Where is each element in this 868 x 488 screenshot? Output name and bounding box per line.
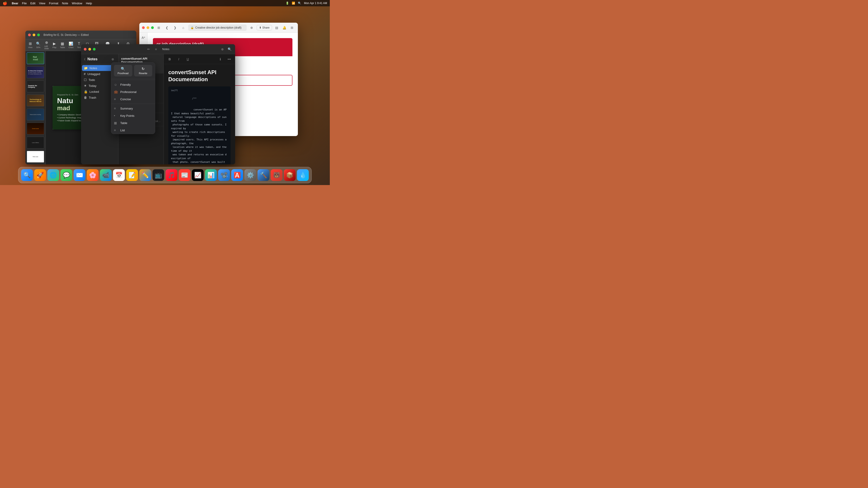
dock-calendar[interactable]: 📅 — [113, 169, 125, 181]
notes-zoom-button[interactable] — [93, 48, 96, 51]
menu-item-key-points[interactable]: • Key Points — [111, 112, 155, 119]
menu-item-list[interactable]: ≡ List — [111, 126, 155, 134]
dock-xcode[interactable]: 🔨 — [257, 169, 269, 181]
close-button[interactable] — [28, 34, 31, 36]
back-button[interactable]: ❮ — [164, 25, 170, 31]
slide-thumb-7[interactable]: Love & Works — [27, 137, 44, 148]
notes-add-icon[interactable]: ⊕ — [110, 56, 116, 62]
slide-thumb-3[interactable]: Towards the Company — [27, 81, 44, 92]
wifi-indicator: 📶 — [292, 2, 295, 5]
back-chevron[interactable]: ❮ — [84, 58, 86, 60]
bear-icon: 🐻 — [273, 172, 280, 179]
home-button[interactable]: ⌂ — [180, 25, 186, 31]
notes-compose-icon[interactable]: ⊕ — [220, 47, 225, 52]
menu-item-professional[interactable]: 💼 Professional — [111, 88, 155, 95]
menu-item-friendly[interactable]: ☺ Friendly — [111, 81, 155, 88]
more-options-icon[interactable]: ••• — [226, 56, 232, 62]
menu-file[interactable]: File — [22, 2, 27, 5]
tabs-button[interactable]: ⊞ — [289, 25, 295, 31]
bold-button[interactable]: B — [166, 56, 173, 62]
menu-item-summary[interactable]: ≡ Summary — [111, 105, 155, 112]
underline-button[interactable]: U — [185, 56, 191, 62]
zoom-button[interactable] — [37, 34, 40, 36]
rewrite-icon: ↻ — [142, 67, 145, 71]
slide-thumb-4[interactable]: Technology &Natural World — [27, 94, 44, 106]
lock-icon: 🔒 — [84, 90, 88, 93]
music-icon: 🎵 — [168, 172, 175, 179]
dock-finder[interactable]: 🔍 — [21, 169, 33, 181]
dock-notes[interactable]: 📝 — [126, 169, 138, 181]
slide-thumb-content-6: Sunset scene — [31, 127, 39, 130]
toolbar-play[interactable]: ▶ Play — [52, 41, 56, 49]
safari-close-button[interactable] — [142, 26, 145, 29]
dock-systemprefs[interactable]: ⚙️ — [244, 169, 256, 181]
search-icon[interactable]: 🔍 — [298, 2, 301, 5]
pockity-icon: 📦 — [286, 172, 293, 179]
menu-format[interactable]: Format — [49, 2, 58, 5]
reader-view-button[interactable]: ▤ — [273, 25, 280, 31]
safari-zoom-button[interactable] — [151, 26, 154, 29]
toolbar-view[interactable]: ⊞ View — [28, 41, 32, 49]
sidebar-toggle-btn[interactable]: ⊞ — [156, 25, 162, 31]
menu-item-table[interactable]: ▦ Table — [111, 119, 155, 126]
menu-edit[interactable]: Edit — [30, 2, 35, 5]
dock-messages[interactable]: 💬 — [60, 169, 72, 181]
play-label: Play — [52, 46, 56, 49]
sidebar-format-icon[interactable]: Aᵃ — [140, 34, 147, 41]
menu-window[interactable]: Window — [72, 2, 82, 5]
dock-appletv[interactable]: 📺 — [152, 169, 164, 181]
notes-search-icon[interactable]: 🔍 — [227, 47, 232, 52]
dock-news[interactable]: 📰 — [179, 169, 190, 181]
dock-launchpad[interactable]: 🚀 — [34, 169, 46, 181]
keynote-slide-panel[interactable]: Natmad 01 About the Company 01 About Gla… — [25, 51, 46, 164]
dock-numbers[interactable]: 📊 — [205, 169, 217, 181]
slide-thumb-8[interactable]: White slide — [27, 151, 44, 163]
toolbar-text[interactable]: T Text — [77, 42, 81, 49]
menu-item-concise[interactable]: ≡ Concise — [111, 95, 155, 103]
add-slide-icon: ⊕ — [45, 40, 48, 45]
dock-pockity[interactable]: 📦 — [284, 169, 296, 181]
dock-photos[interactable]: 🌸 — [87, 169, 98, 181]
notes-editor: convertSunset API Documentation swift /*… — [164, 64, 235, 164]
menu-view[interactable]: View — [39, 2, 45, 5]
notes-close-button[interactable] — [84, 48, 87, 51]
slide-thumb-content-1: Natmad — [27, 53, 44, 64]
new-tab-button[interactable]: ⊕ — [248, 25, 255, 31]
toolbar-chart[interactable]: 📊 Chart — [68, 41, 73, 49]
apple-menu[interactable]: 🍎 — [3, 1, 7, 5]
dock-appstore[interactable]: 🅰️ — [231, 169, 243, 181]
dock-aqua[interactable]: 💧 — [297, 169, 309, 181]
forward-button[interactable]: ❯ — [172, 25, 178, 31]
dock-stocks[interactable]: 📈 — [192, 169, 204, 181]
dock-bear[interactable]: 🐻 — [271, 169, 282, 181]
notes-minimize-button[interactable] — [88, 48, 91, 51]
url-bar[interactable]: 🔒 Creative director job description (dra… — [188, 25, 247, 31]
menu-help[interactable]: Help — [86, 2, 92, 5]
notes-content-toolbar: B I U ℹ ••• — [164, 54, 235, 64]
dock-freeform[interactable]: ✏️ — [139, 169, 151, 181]
menu-note[interactable]: Note — [62, 2, 68, 5]
toolbar-add-slide[interactable]: ⊕ Add Slide — [44, 40, 49, 50]
toolbar-table[interactable]: ▦ Table — [60, 41, 65, 49]
toolbar-zoom[interactable]: 🔍 50% — [36, 41, 40, 49]
minimize-button[interactable] — [33, 34, 35, 36]
dock-facetime[interactable]: 📹 — [100, 169, 112, 181]
dock-keynote[interactable]: 📽️ — [218, 169, 230, 181]
menu-app-name[interactable]: Bear — [12, 2, 18, 5]
table-popup-icon: ▦ — [114, 121, 118, 125]
zoom-icon: 🔍 — [36, 41, 40, 46]
slide-thumb-2[interactable]: 01 About the Company 01 About Glacier Tr… — [27, 66, 44, 78]
rewrite-button[interactable]: ↻ Rewrite — [134, 65, 152, 77]
safari-minimize-button[interactable] — [147, 26, 149, 29]
notification-button[interactable]: 🔔 — [281, 25, 287, 31]
share-button[interactable]: ⬆ Share — [257, 25, 272, 30]
slide-thumb-1[interactable]: Natmad — [27, 52, 44, 64]
dock-music[interactable]: 🎵 — [165, 169, 177, 181]
dock-mail[interactable]: ✉️ — [73, 169, 85, 181]
slide-thumb-5[interactable]: Natural photo tracking — [27, 109, 44, 120]
info-icon[interactable]: ℹ — [217, 56, 223, 62]
dock-safari[interactable]: 🌐 — [47, 169, 59, 181]
italic-button[interactable]: I — [176, 56, 182, 62]
proofread-button[interactable]: 🔍 Proofread — [114, 65, 132, 77]
slide-thumb-6[interactable]: Sunset scene — [27, 123, 44, 135]
